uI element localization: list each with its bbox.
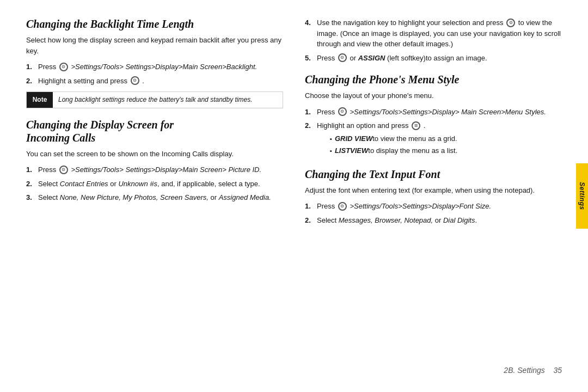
ok-icon: ⊙ <box>59 63 68 71</box>
ok-icon-7: ⊙ <box>338 202 347 211</box>
footer-label: 2B. Settings <box>504 366 545 375</box>
menu-bullet-list: LISTVIEW to display the menu as a list. <box>330 145 457 156</box>
font-step-1: 1. Press ⊙ >Settings/Tools>Settings>Disp… <box>305 201 562 212</box>
section-incoming-title: Changing the Display Screen forIncoming … <box>26 118 283 144</box>
note-text: Long backlight settings reduce the batte… <box>53 92 258 108</box>
font-steps: 1. Press ⊙ >Settings/Tools>Settings>Disp… <box>305 201 562 225</box>
section-text-font: Changing the Text Input Font Adjust the … <box>305 168 562 226</box>
incoming-steps-cont: 4. Use the navigation key to highlight y… <box>305 17 562 63</box>
section-incoming-cont: 4. Use the navigation key to highlight y… <box>305 17 562 63</box>
menu-bullets: GRID VIEW to view the menu as a grid. LI… <box>317 133 457 156</box>
content-area: Changing the Backlight Time Length Selec… <box>26 17 562 360</box>
ok-icon-4: ⊙ <box>506 19 515 27</box>
note-box: Note Long backlight settings reduce the … <box>26 91 283 108</box>
incoming-step-1: 1. Press ⊙ >Settings/Tools> Settings>Dis… <box>26 164 283 175</box>
menu-steps: 1. Press ⊙ >Settings/Tools>Settings>Disp… <box>305 107 562 158</box>
ok-icon-5: ⊙ <box>338 53 347 62</box>
settings-side-tab: Settings <box>576 163 588 229</box>
menu-icon: ☰ <box>412 121 420 130</box>
page-container: Changing the Backlight Time Length Selec… <box>0 0 588 392</box>
section-font-intro: Adjust the font when entering text (for … <box>305 185 562 196</box>
menu-step-1: 1. Press ⊙ >Settings/Tools>Settings>Disp… <box>305 107 562 118</box>
incoming-step-2: 2. Select Contact Entries or Unknown #s,… <box>26 179 283 189</box>
section-incoming-intro: You can set the screen to be shown on th… <box>26 149 283 160</box>
footer: 2B. Settings 35 <box>26 360 562 375</box>
section-backlight-intro: Select how long the display screen and k… <box>26 35 283 56</box>
ok-icon-3: ⊙ <box>59 166 68 174</box>
menu-step-2: 2. Highlight an option and press ☰ . GRI… <box>305 120 562 158</box>
backlight-steps: 1. Press ⊙ >Settings/Tools> Settings>Dis… <box>26 62 283 86</box>
ok-icon-6: ⊙ <box>338 107 347 116</box>
left-column: Changing the Backlight Time Length Selec… <box>26 17 283 360</box>
incoming-step-5: 5. Press ⊙ or ASSIGN (left softkey)to as… <box>305 53 562 64</box>
side-tab-label: Settings <box>578 182 586 210</box>
incoming-step-3: 3. Select None, New Picture, My Photos, … <box>26 192 283 203</box>
section-incoming-calls: Changing the Display Screen forIncoming … <box>26 118 283 203</box>
backlight-step-1: 1. Press ⊙ >Settings/Tools> Settings>Dis… <box>26 62 283 72</box>
section-menu-intro: Choose the layout of your phone's menu. <box>305 90 562 101</box>
section-menu-style: Changing the Phone's Menu Style Choose t… <box>305 73 562 158</box>
incoming-step-4: 4. Use the navigation key to highlight y… <box>305 17 562 50</box>
backlight-step-2: 2. Highlight a setting and press ⊙ . <box>26 76 283 87</box>
footer-text: 2B. Settings 35 <box>504 366 562 375</box>
menu-bullet-grid: GRID VIEW to view the menu as a grid. <box>330 133 457 144</box>
section-backlight: Changing the Backlight Time Length Selec… <box>26 17 283 108</box>
ok-icon-2: ⊙ <box>131 76 139 85</box>
note-label: Note <box>27 92 53 108</box>
section-backlight-title: Changing the Backlight Time Length <box>26 17 283 30</box>
right-column: 4. Use the navigation key to highlight y… <box>305 17 562 360</box>
font-step-2: 2. Select Messages, Browser, Notepad, or… <box>305 215 562 226</box>
footer-page-num: 35 <box>553 366 562 375</box>
incoming-steps: 1. Press ⊙ >Settings/Tools> Settings>Dis… <box>26 164 283 203</box>
section-menu-title: Changing the Phone's Menu Style <box>305 73 562 86</box>
section-font-title: Changing the Text Input Font <box>305 168 562 181</box>
